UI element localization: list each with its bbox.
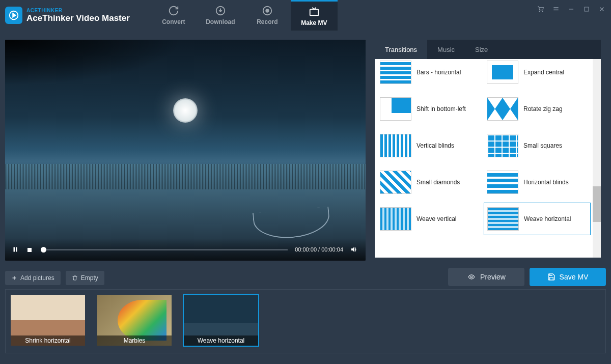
scrollbar[interactable]	[593, 59, 601, 258]
volume-icon[interactable]	[350, 245, 358, 254]
tab-size[interactable]: Size	[465, 40, 498, 59]
transition-item[interactable]: Vertical blinds	[377, 129, 484, 162]
plus-icon	[11, 275, 17, 281]
transition-item[interactable]: Expand central	[484, 59, 591, 89]
clip-item[interactable]: Shrink horizontal	[11, 295, 85, 346]
seek-bar[interactable]	[41, 249, 288, 250]
empty-button[interactable]: Empty	[66, 271, 104, 285]
main-tabs: Convert Download Record Make MV	[150, 0, 338, 31]
download-icon	[215, 5, 226, 16]
maximize-icon[interactable]	[582, 5, 591, 13]
pause-button[interactable]	[12, 246, 19, 253]
side-tabs: Transitions Music Size	[375, 40, 601, 59]
video-preview: 00:00:00 / 00:00:04	[5, 40, 366, 261]
add-pictures-button[interactable]: Add pictures	[5, 271, 61, 285]
transitions-panel: Ripple top-left Scratch Bars - horizonta…	[375, 59, 601, 258]
tab-makemv[interactable]: Make MV	[291, 0, 338, 31]
tab-transitions[interactable]: Transitions	[375, 40, 427, 59]
menu-icon[interactable]	[552, 5, 560, 13]
player-controls: 00:00:00 / 00:00:04	[5, 238, 366, 261]
transition-item[interactable]: Weave horizontal	[484, 203, 591, 235]
app-logo	[5, 7, 22, 24]
tab-music[interactable]: Music	[427, 40, 465, 59]
cart-icon[interactable]	[537, 5, 545, 13]
tab-record[interactable]: Record	[244, 0, 291, 31]
window-buttons	[537, 3, 606, 15]
brand: ACETHINKER AceThinker Video Master	[26, 8, 130, 23]
time-display: 00:00:00 / 00:00:04	[295, 246, 343, 253]
svg-rect-6	[14, 247, 15, 252]
svg-rect-4	[310, 9, 319, 15]
transition-item[interactable]: Horizontal blinds	[484, 166, 591, 199]
minimize-icon[interactable]	[567, 5, 575, 13]
svg-rect-5	[585, 7, 589, 11]
clip-item[interactable]: Weave horizontal	[184, 295, 258, 346]
transition-item[interactable]: Bars - horizontal	[377, 59, 484, 89]
save-mv-button[interactable]: Save MV	[530, 268, 606, 286]
record-icon	[262, 5, 273, 16]
transition-item[interactable]: Rotate zig zag	[484, 93, 591, 125]
refresh-icon	[168, 5, 179, 16]
svg-rect-8	[27, 248, 32, 252]
transition-item[interactable]: Small squares	[484, 129, 591, 162]
eye-icon	[467, 273, 476, 281]
preview-button[interactable]: Preview	[448, 268, 524, 286]
titlebar: ACETHINKER AceThinker Video Master Conve…	[0, 0, 611, 31]
transition-item[interactable]: Weave vertical	[377, 203, 484, 235]
trash-icon	[72, 275, 78, 281]
stop-button[interactable]	[26, 246, 34, 253]
timeline-strip: Shrink horizontal Marbles Weave horizont…	[5, 289, 606, 353]
svg-point-3	[266, 9, 269, 12]
transition-item[interactable]: Shift in bottom-left	[377, 93, 484, 125]
brand-main: AceThinker Video Master	[26, 13, 130, 23]
tab-convert[interactable]: Convert	[150, 0, 197, 31]
brand-sub: ACETHINKER	[26, 8, 130, 13]
close-icon[interactable]	[598, 5, 606, 13]
tab-download[interactable]: Download	[197, 0, 244, 31]
save-icon	[547, 273, 556, 281]
clip-item[interactable]: Marbles	[97, 295, 172, 346]
tv-icon	[309, 6, 320, 17]
transition-item[interactable]: Small diamonds	[377, 166, 484, 199]
svg-rect-7	[16, 247, 17, 252]
svg-point-9	[470, 276, 473, 278]
